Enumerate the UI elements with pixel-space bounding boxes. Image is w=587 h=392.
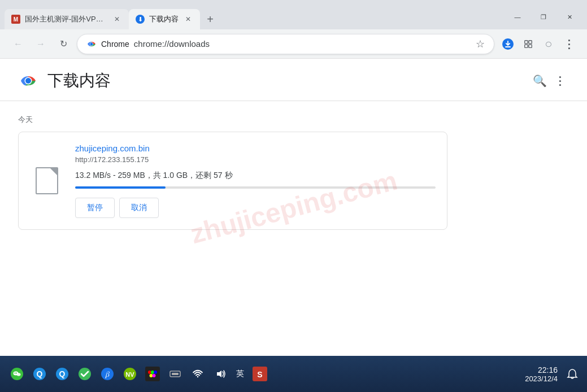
taskbar-icon-bluetooth[interactable]: 𝛽 [97, 364, 118, 384]
tab-title-1: 国外主机测评-国外VPS，国... [25, 14, 107, 24]
tab-active[interactable]: ⬇ 下载内容 ✕ [129, 9, 200, 29]
file-icon [36, 167, 58, 194]
taskbar: Q Q 𝛽 NV 英 S 22:16 [0, 356, 587, 392]
page: 下载内容 🔍 ⋮ zhujiceping.com 今天 zhujiceping.… [0, 59, 587, 356]
download-toolbar-icon[interactable] [499, 35, 517, 53]
svg-point-14 [15, 373, 16, 374]
svg-text:𝛽: 𝛽 [105, 369, 110, 378]
svg-rect-7 [525, 44, 528, 47]
taskbar-time: 22:16 [525, 365, 558, 374]
svg-text:Q: Q [37, 369, 43, 378]
download-filename[interactable]: zhujiceping.com.bin [75, 143, 436, 153]
download-card: zhujiceping.com.bin http://172.233.155.1… [18, 132, 447, 230]
toolbar-icons: ○ ⋮ [499, 35, 578, 53]
taskbar-icon-network-usb[interactable] [165, 364, 185, 384]
page-title-area: 下载内容 [18, 70, 111, 92]
download-status: 13.2 MB/s - 259 MB，共 1.0 GB，还剩 57 秒 [75, 171, 436, 181]
tab-close-1[interactable]: ✕ [112, 14, 122, 24]
svg-rect-8 [529, 44, 532, 47]
chrome-favicon [86, 39, 97, 49]
taskbar-time-area[interactable]: 22:16 2023/12/4 [520, 365, 562, 383]
notify-button[interactable] [564, 366, 580, 382]
cancel-button[interactable]: 取消 [119, 198, 159, 218]
menu-icon[interactable]: ⋮ [560, 35, 578, 53]
omnibox-brand: Chrome [101, 40, 129, 49]
pause-button[interactable]: 暂停 [75, 198, 115, 218]
taskbar-content: Q Q 𝛽 NV 英 S 22:16 [7, 364, 580, 384]
search-button[interactable]: 🔍 [531, 72, 549, 90]
taskbar-icon-volume[interactable] [210, 364, 231, 384]
forward-button[interactable]: → [32, 35, 50, 53]
close-button[interactable]: ✕ [556, 8, 582, 26]
svg-point-21 [79, 368, 91, 380]
back-button[interactable]: ← [9, 35, 27, 53]
taskbar-icon-gpu[interactable]: NV [120, 364, 140, 384]
svg-point-16 [17, 373, 21, 376]
svg-point-29 [154, 371, 157, 374]
maximize-button[interactable]: ❐ [531, 8, 556, 26]
progress-bar-fill [75, 186, 166, 189]
minimize-button[interactable]: — [505, 8, 531, 26]
section-today: 今天 [18, 115, 569, 125]
reload-button[interactable]: ↻ [54, 35, 72, 53]
address-bar: ← → ↻ Chrome chrome://downloads ☆ ○ ⋮ [0, 29, 587, 59]
omnibox-url: chrome://downloads [134, 39, 471, 49]
svg-rect-5 [525, 40, 528, 43]
title-bar: M 国外主机测评-国外VPS，国... ✕ ⬇ 下载内容 ✕ + — ❐ ✕ [0, 0, 587, 29]
profile-icon[interactable]: ○ [540, 35, 558, 53]
tab-inactive[interactable]: M 国外主机测评-国外VPS，国... ✕ [5, 9, 129, 29]
download-url: http://172.233.155.175 [75, 155, 436, 164]
taskbar-icon-color[interactable] [142, 364, 163, 384]
svg-rect-33 [172, 373, 179, 375]
taskbar-icon-wifi[interactable] [188, 364, 208, 384]
taskbar-icon-check[interactable] [75, 364, 95, 384]
new-tab-button[interactable]: + [202, 11, 218, 27]
taskbar-icon-wechat[interactable] [7, 364, 27, 384]
download-actions: 暂停 取消 [75, 198, 436, 218]
tab-area: M 国外主机测评-国外VPS，国... ✕ ⬇ 下载内容 ✕ + [0, 0, 500, 29]
svg-point-11 [25, 78, 31, 84]
taskbar-lang[interactable]: 英 [233, 369, 247, 379]
page-actions: 🔍 ⋮ [531, 72, 569, 90]
download-info: zhujiceping.com.bin http://172.233.155.1… [75, 143, 436, 218]
tab-title-2: 下载内容 [149, 14, 179, 24]
chrome-logo [18, 71, 38, 91]
bookmark-icon[interactable]: ☆ [476, 38, 485, 50]
taskbar-icon-wps[interactable]: S [250, 364, 270, 384]
svg-text:NV: NV [125, 371, 134, 378]
svg-text:Q: Q [59, 369, 66, 378]
page-header: 下载内容 🔍 ⋮ [0, 59, 587, 101]
taskbar-icon-qq1[interactable]: Q [29, 364, 50, 384]
svg-text:S: S [257, 370, 262, 379]
tab-close-2[interactable]: ✕ [183, 14, 193, 24]
svg-point-2 [90, 42, 93, 45]
tab-favicon-1: M [11, 15, 20, 24]
omnibox[interactable]: Chrome chrome://downloads ☆ [77, 34, 494, 54]
svg-point-31 [153, 374, 156, 377]
file-icon-area [30, 143, 64, 218]
progress-bar-container [75, 186, 436, 189]
extensions-icon[interactable] [519, 35, 537, 53]
svg-point-15 [16, 373, 17, 374]
page-menu-button[interactable]: ⋮ [551, 72, 569, 90]
tab-favicon-2: ⬇ [136, 15, 145, 24]
taskbar-icon-qq2[interactable]: Q [52, 364, 72, 384]
page-content: 今天 zhujiceping.com.bin http://172.233.15… [0, 101, 587, 243]
page-title: 下载内容 [47, 70, 111, 92]
window-controls: — ❐ ✕ [500, 0, 587, 29]
taskbar-date: 2023/12/4 [525, 374, 558, 383]
svg-rect-6 [529, 40, 532, 43]
